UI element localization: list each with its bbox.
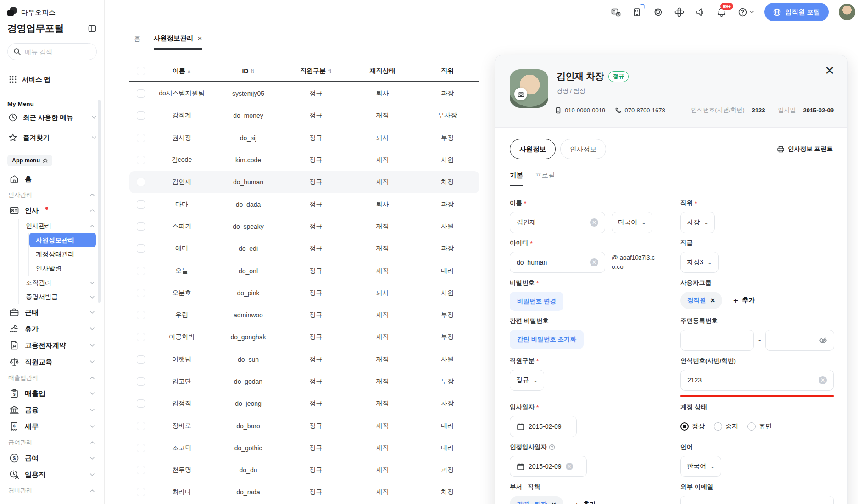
external-email-field[interactable]	[680, 496, 834, 504]
column-header-position[interactable]: 직위	[416, 67, 479, 75]
tab-home[interactable]: 홈	[134, 34, 141, 50]
row-checkbox[interactable]	[137, 200, 145, 209]
sidebar-item-인사[interactable]: 인사	[7, 202, 97, 219]
company-sync-icon[interactable]	[631, 6, 642, 17]
table-row-do_jeong[interactable]: 임정직do_jeong정규재직차장	[129, 393, 479, 415]
row-checkbox[interactable]	[137, 156, 145, 164]
row-checkbox[interactable]	[137, 488, 145, 496]
collapse-sidebar-icon[interactable]	[88, 24, 97, 33]
row-checkbox[interactable]	[137, 399, 145, 408]
change-password-button[interactable]: 비밀번호 변경	[510, 292, 563, 311]
row-checkbox[interactable]	[137, 311, 145, 319]
column-header-status[interactable]: 재직상태	[349, 67, 416, 75]
remove-chip-icon[interactable]: ✕	[710, 297, 716, 304]
table-row-kim.code[interactable]: 김codekim.code정규재직사원	[129, 149, 479, 171]
clear-date-icon[interactable]: ✕	[566, 463, 573, 470]
sidebar-item-계정상태관리[interactable]: 계정상태관리	[7, 247, 97, 261]
row-checkbox[interactable]	[137, 422, 145, 430]
close-panel-button[interactable]: ✕	[825, 65, 835, 77]
sidebar-item-근태[interactable]: 근태	[7, 304, 97, 321]
row-checkbox[interactable]	[137, 333, 145, 341]
sidebar-item-휴가[interactable]: 휴가	[7, 321, 97, 337]
row-checkbox[interactable]	[137, 222, 145, 231]
row-checkbox[interactable]	[137, 111, 145, 120]
name-field[interactable]: ✕	[510, 212, 605, 233]
radio-status-dormant[interactable]: 휴면	[747, 422, 772, 431]
table-row-do_sij[interactable]: 권시정do_sij정규퇴사부장	[129, 127, 479, 149]
table-row-do_rada[interactable]: 최라다do_rada정규재직차장	[129, 481, 479, 503]
service-map-item[interactable]: 서비스 맵	[9, 74, 97, 85]
table-row-do_du[interactable]: 천두명do_du정규재직과장	[129, 459, 479, 481]
table-row-do_pink[interactable]: 오분호do_pink정규퇴사사원	[129, 282, 479, 304]
table-row-adminwoo[interactable]: 우람adminwoo정규재직부장	[129, 304, 479, 326]
dept-role-chip[interactable]: 경영 - 팀장 ✕	[510, 496, 563, 504]
add-user-group-button[interactable]: ＋추가	[731, 295, 755, 306]
row-checkbox[interactable]	[137, 466, 145, 474]
table-row-do_baro[interactable]: 장바로do_baro정규재직대리	[129, 415, 479, 437]
hr-info-pill[interactable]: 인사정보	[560, 139, 606, 159]
language-select[interactable]: 한국어 ⌄	[680, 456, 721, 477]
announcement-speaker-icon[interactable]	[695, 6, 706, 17]
employee-portal-button[interactable]: 임직원 포털	[764, 3, 829, 21]
id-field[interactable]: ✕	[510, 252, 605, 273]
tab-profile[interactable]: 프로필	[535, 171, 555, 186]
sidebar-item-favorites[interactable]: 즐겨찾기	[8, 127, 97, 148]
sidebar-item-recent[interactable]: 최근 사용한 메뉴	[8, 107, 97, 127]
sidebar-item-일용직[interactable]: 일용직	[7, 466, 97, 483]
settings-gear-icon[interactable]	[652, 6, 663, 17]
tab-basic[interactable]: 기본	[510, 171, 523, 186]
recognized-join-date-picker[interactable]: 2015-02-09 ✕	[510, 456, 587, 477]
help-tooltip-icon[interactable]	[549, 444, 555, 450]
clear-recognition-number-icon[interactable]: ✕	[819, 376, 827, 384]
table-row-do_money[interactable]: 강회계do_money정규재직부사장	[129, 105, 479, 127]
column-header-name[interactable]: 이름 ∧	[150, 67, 214, 75]
table-row-do_edi[interactable]: 에디do_edi정규재직과장	[129, 238, 479, 260]
row-checkbox[interactable]	[137, 377, 145, 386]
row-checkbox[interactable]	[137, 267, 145, 275]
join-date-picker[interactable]: 2015-02-09	[510, 416, 577, 437]
sidebar-item-인사관리[interactable]: 인사관리	[7, 219, 97, 233]
table-row-do_dada[interactable]: 다다do_dada정규퇴사과장	[129, 193, 479, 215]
row-checkbox[interactable]	[137, 178, 145, 186]
radio-status-normal[interactable]: 정상	[680, 422, 705, 431]
sidebar-item-급여[interactable]: $급여	[7, 450, 97, 466]
row-checkbox[interactable]	[137, 355, 145, 364]
org-settings-icon[interactable]	[610, 6, 621, 17]
column-header-type[interactable]: 직원구분 ⇅	[283, 67, 349, 75]
row-checkbox[interactable]	[137, 89, 145, 98]
column-header-id[interactable]: ID ⇅	[214, 67, 283, 75]
clear-name-icon[interactable]: ✕	[590, 218, 598, 227]
sidebar-item-사원정보관리[interactable]: 사원정보관리	[7, 233, 97, 247]
rrn-front-field[interactable]	[680, 330, 754, 351]
eye-off-icon[interactable]	[819, 336, 827, 344]
sidebar-item-인사발령[interactable]: 인사발령	[7, 261, 97, 276]
position-select[interactable]: 차장 ⌄	[680, 212, 715, 233]
change-photo-button[interactable]	[514, 88, 527, 100]
sidebar-item-홈[interactable]: 홈	[7, 171, 97, 187]
user-group-chip[interactable]: 정직원 ✕	[680, 292, 722, 309]
sidebar-item-조직관리[interactable]: 조직관리	[7, 276, 97, 290]
language-variant-select[interactable]: 다국어 ⌄	[612, 212, 652, 233]
table-row-do_human[interactable]: 김인재do_human정규재직차장	[129, 171, 479, 193]
table-row-systemjy05[interactable]: do시스템지원팀systemjy05정규퇴사과장	[129, 83, 479, 105]
sidebar-item-직원교육[interactable]: 직원교육	[7, 354, 97, 370]
search-input[interactable]	[25, 48, 84, 55]
select-all-checkbox[interactable]	[137, 67, 145, 75]
tab-employee-info[interactable]: 사원정보관리 ✕	[154, 34, 203, 50]
reset-simple-password-button[interactable]: 간편 비밀번호 초기화	[510, 330, 584, 349]
grade-select[interactable]: 차장3 ⌄	[680, 252, 719, 273]
table-row-do_gonghak[interactable]: 이공학박do_gonghak정규재직부장	[129, 326, 479, 348]
sidebar-scrollbar[interactable]	[98, 100, 101, 303]
row-checkbox[interactable]	[137, 444, 145, 452]
print-hr-info-button[interactable]: 인사정보 프린트	[777, 145, 833, 153]
row-checkbox[interactable]	[137, 289, 145, 297]
employee-info-pill[interactable]: 사원정보	[510, 139, 556, 159]
row-checkbox[interactable]	[137, 244, 145, 253]
sidebar-item-세무[interactable]: $세무	[7, 418, 97, 435]
help-menu[interactable]	[737, 6, 754, 17]
table-row-do_godan[interactable]: 임고단do_godan정규재직부장	[129, 371, 479, 393]
close-tab-icon[interactable]: ✕	[197, 35, 203, 42]
sidebar-item-증명서발급[interactable]: 증명서발급	[7, 290, 97, 304]
employee-type-select[interactable]: 정규 ⌄	[510, 370, 544, 391]
radio-status-suspended[interactable]: 중지	[714, 422, 738, 431]
